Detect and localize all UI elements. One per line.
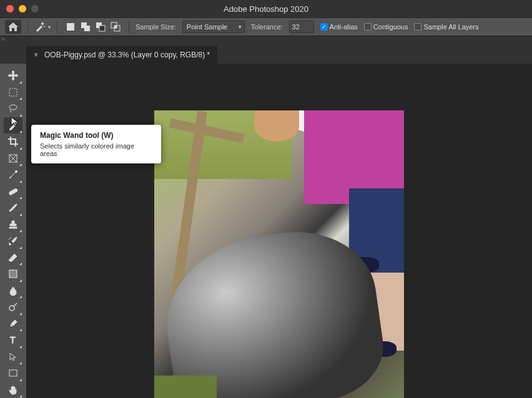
svg-rect-2 bbox=[84, 26, 90, 31]
lasso-icon bbox=[8, 104, 18, 114]
toolbox: T bbox=[0, 64, 26, 398]
selection-mode-subtract[interactable] bbox=[94, 20, 107, 34]
svg-text:T: T bbox=[10, 335, 16, 345]
marquee-tool[interactable] bbox=[4, 84, 22, 101]
tooltip-description: Selects similarly colored image areas bbox=[40, 142, 152, 157]
selection-mode-new[interactable] bbox=[64, 20, 77, 34]
document-tab[interactable]: × OOB-Piggy.psd @ 33.3% (Layer 0 copy, R… bbox=[26, 46, 217, 64]
marquee-icon bbox=[8, 87, 18, 97]
divider bbox=[27, 21, 28, 33]
contiguous-checkbox[interactable]: Contiguous bbox=[364, 23, 408, 31]
checkbox-icon bbox=[414, 23, 421, 31]
selection-mode-add[interactable] bbox=[79, 20, 92, 34]
hand-icon bbox=[8, 385, 18, 395]
brush-tool[interactable] bbox=[4, 200, 22, 216]
eraser-tool[interactable] bbox=[4, 250, 22, 266]
svg-rect-7 bbox=[114, 26, 117, 28]
home-icon bbox=[8, 22, 18, 31]
sample-all-layers-checkbox[interactable]: Sample All Layers bbox=[414, 23, 478, 31]
checkbox-icon bbox=[364, 23, 372, 31]
svg-rect-13 bbox=[9, 188, 18, 195]
window-controls bbox=[6, 5, 39, 12]
canvas-area[interactable] bbox=[26, 64, 532, 398]
sample-size-label: Sample Size: bbox=[135, 23, 176, 31]
tabs-gutter bbox=[0, 46, 26, 64]
current-tool-indicator[interactable]: ▾ bbox=[34, 21, 51, 32]
history-brush-icon bbox=[8, 236, 18, 246]
healing-brush-tool[interactable] bbox=[4, 183, 22, 200]
pen-tool[interactable] bbox=[4, 316, 22, 332]
blur-tool[interactable] bbox=[4, 283, 22, 299]
tolerance-input[interactable]: 32 bbox=[289, 21, 314, 33]
minimize-window-button[interactable] bbox=[19, 5, 26, 12]
path-selection-tool[interactable] bbox=[4, 349, 22, 366]
anti-alias-checkbox[interactable]: Anti-alias bbox=[320, 23, 358, 31]
square-icon bbox=[66, 22, 76, 32]
crop-icon bbox=[8, 137, 18, 147]
svg-point-16 bbox=[9, 306, 14, 311]
sample-all-label: Sample All Layers bbox=[423, 23, 478, 31]
document-tabs: × OOB-Piggy.psd @ 33.3% (Layer 0 copy, R… bbox=[0, 46, 532, 64]
svg-line-17 bbox=[14, 303, 17, 306]
clone-stamp-tool[interactable] bbox=[4, 216, 22, 233]
magic-wand-icon bbox=[34, 21, 46, 32]
eyedropper-icon bbox=[8, 170, 18, 180]
rectangle-tool[interactable] bbox=[4, 365, 22, 382]
stamp-icon bbox=[8, 220, 18, 230]
svg-rect-19 bbox=[9, 370, 17, 376]
expand-panels-button[interactable]: ›› bbox=[0, 36, 7, 46]
brush-icon bbox=[8, 203, 18, 213]
hand-tool[interactable] bbox=[4, 382, 22, 399]
type-icon: T bbox=[8, 335, 18, 345]
tolerance-label: Tolerance: bbox=[251, 23, 283, 31]
pen-icon bbox=[8, 319, 18, 329]
svg-rect-8 bbox=[9, 89, 17, 96]
app-title: Adobe Photoshop 2020 bbox=[224, 4, 308, 14]
eraser-icon bbox=[8, 253, 18, 263]
divider bbox=[57, 21, 57, 33]
document-tab-title: OOB-Piggy.psd @ 33.3% (Layer 0 copy, RGB… bbox=[44, 51, 210, 59]
svg-point-9 bbox=[9, 105, 17, 110]
eyedropper-tool[interactable] bbox=[4, 167, 22, 183]
bandaid-icon bbox=[8, 187, 18, 197]
crop-tool[interactable] bbox=[4, 133, 22, 150]
frame-tool[interactable] bbox=[4, 150, 22, 167]
svg-rect-15 bbox=[9, 270, 17, 278]
close-tab-button[interactable]: × bbox=[34, 51, 38, 59]
dodge-tool[interactable] bbox=[4, 299, 22, 316]
home-button[interactable] bbox=[5, 20, 21, 34]
move-tool[interactable] bbox=[4, 67, 22, 84]
dodge-icon bbox=[8, 302, 18, 312]
svg-rect-4 bbox=[99, 26, 105, 31]
arrow-cursor-icon bbox=[8, 352, 18, 362]
close-window-button[interactable] bbox=[6, 5, 14, 12]
squares-add-icon bbox=[81, 22, 91, 32]
tooltip-title: Magic Wand tool (W) bbox=[40, 131, 152, 140]
gradient-tool[interactable] bbox=[4, 266, 22, 283]
lasso-tool[interactable] bbox=[4, 100, 22, 117]
checkbox-checked-icon bbox=[320, 23, 328, 31]
move-icon bbox=[8, 70, 18, 80]
selection-mode-intersect[interactable] bbox=[109, 20, 122, 34]
svg-rect-0 bbox=[67, 23, 74, 31]
contiguous-label: Contiguous bbox=[373, 23, 408, 31]
sample-size-select[interactable]: Point Sample bbox=[182, 21, 245, 33]
document-canvas[interactable] bbox=[154, 110, 404, 398]
history-brush-tool[interactable] bbox=[4, 233, 22, 250]
rectangle-icon bbox=[8, 368, 18, 378]
options-bar: ▾ Sample Size: Point Sample Tolerance: 3… bbox=[0, 17, 532, 36]
type-tool[interactable]: T bbox=[4, 332, 22, 349]
squares-intersect-icon bbox=[111, 22, 121, 32]
maximize-window-button[interactable] bbox=[31, 5, 39, 12]
anti-alias-label: Anti-alias bbox=[330, 23, 358, 31]
frame-icon bbox=[8, 153, 18, 163]
tool-tooltip: Magic Wand tool (W) Selects similarly co… bbox=[31, 125, 161, 163]
magic-wand-icon bbox=[8, 120, 18, 130]
gradient-icon bbox=[8, 269, 18, 279]
magic-wand-tool[interactable] bbox=[4, 117, 22, 134]
squares-subtract-icon bbox=[96, 22, 106, 32]
droplet-icon bbox=[8, 286, 18, 296]
title-bar: Adobe Photoshop 2020 bbox=[0, 0, 532, 17]
divider bbox=[129, 21, 129, 33]
